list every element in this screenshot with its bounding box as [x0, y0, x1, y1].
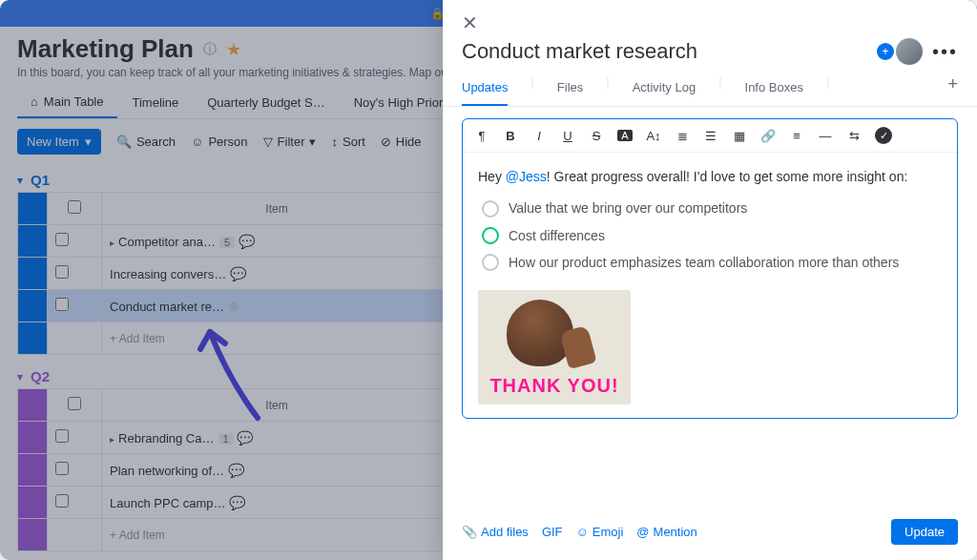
- update-button[interactable]: Update: [891, 519, 958, 545]
- tab-activity-log[interactable]: Activity Log: [633, 74, 696, 106]
- link-icon[interactable]: 🔗: [760, 129, 776, 143]
- panel-tabs: Updates | Files | Activity Log | Info Bo…: [443, 65, 977, 107]
- tab-files[interactable]: Files: [557, 74, 583, 106]
- add-tab-button[interactable]: +: [947, 74, 958, 106]
- circle-icon[interactable]: [482, 227, 499, 244]
- editor-content[interactable]: Hey @Jess! Great progress overall! I'd l…: [463, 153, 957, 418]
- checklist-item[interactable]: Value that we bring over our competitors: [482, 195, 942, 221]
- checklist-icon[interactable]: ✓: [875, 127, 892, 144]
- mention[interactable]: @Jess: [506, 169, 547, 184]
- add-files-button[interactable]: 📎Add files: [462, 525, 529, 539]
- emoji-button[interactable]: ☺Emoji: [576, 525, 624, 539]
- checklist: Value that we bring over our competitors…: [482, 195, 942, 276]
- gif-button[interactable]: GIF: [542, 525, 563, 539]
- bullet-list-icon[interactable]: ≣: [675, 129, 690, 143]
- at-icon: @: [636, 525, 649, 539]
- font-size-icon[interactable]: A↕: [646, 129, 661, 143]
- bold-icon[interactable]: B: [503, 129, 518, 143]
- text-color-icon[interactable]: A: [617, 130, 633, 141]
- item-panel: ✕ Conduct market research + ••• Updates …: [443, 0, 977, 560]
- paragraph-icon[interactable]: ¶: [474, 129, 489, 143]
- gif-image[interactable]: THANK YOU!: [478, 290, 631, 404]
- panel-title[interactable]: Conduct market research: [462, 39, 697, 64]
- editor-actions: 📎Add files GIF ☺Emoji @Mention Update: [443, 509, 977, 560]
- editor-toolbar: ¶ B I U S A A↕ ≣ ☰ ▦ 🔗 ≡ — ⇆ ✓: [463, 119, 957, 153]
- update-editor: ¶ B I U S A A↕ ≣ ☰ ▦ 🔗 ≡ — ⇆ ✓: [462, 118, 958, 419]
- strike-icon[interactable]: S: [589, 129, 604, 143]
- circle-icon[interactable]: [482, 254, 499, 271]
- checklist-item[interactable]: Cost differences: [482, 222, 942, 249]
- gif-caption: THANK YOU!: [478, 370, 631, 401]
- attach-icon: 📎: [462, 525, 477, 539]
- tab-info-boxes[interactable]: Info Boxes: [745, 74, 803, 106]
- table-icon[interactable]: ▦: [732, 129, 747, 143]
- divider-icon[interactable]: —: [818, 129, 833, 143]
- indent-icon[interactable]: ⇆: [846, 129, 862, 143]
- add-member-icon[interactable]: +: [877, 43, 894, 60]
- align-icon[interactable]: ≡: [789, 129, 804, 143]
- more-menu-icon[interactable]: •••: [932, 41, 958, 63]
- italic-icon[interactable]: I: [531, 129, 547, 143]
- tab-updates[interactable]: Updates: [462, 74, 508, 106]
- checklist-item[interactable]: How our product emphasizes team collabor…: [482, 249, 942, 276]
- avatar[interactable]: [896, 38, 923, 65]
- mention-button[interactable]: @Mention: [636, 525, 696, 539]
- emoji-icon: ☺: [576, 525, 589, 539]
- close-icon[interactable]: ✕: [462, 11, 478, 34]
- underline-icon[interactable]: U: [560, 129, 575, 143]
- numbered-list-icon[interactable]: ☰: [703, 129, 718, 143]
- circle-icon[interactable]: [482, 200, 499, 218]
